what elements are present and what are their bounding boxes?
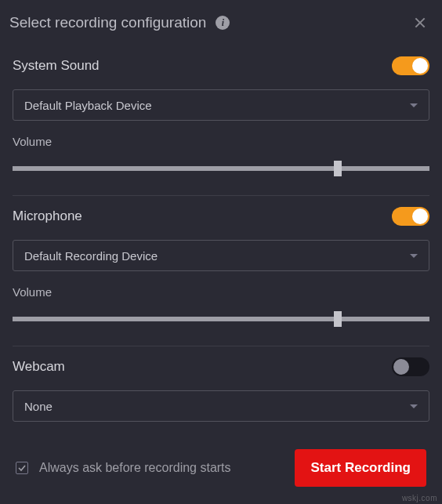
system-sound-device-select[interactable]: Default Playback Device	[13, 89, 429, 121]
webcam-label: Webcam	[13, 359, 65, 375]
webcam-toggle[interactable]	[392, 357, 429, 376]
microphone-device-select[interactable]: Default Recording Device	[13, 240, 429, 271]
toggle-knob	[412, 208, 428, 224]
select-value: Default Recording Device	[24, 249, 158, 263]
select-value: None	[24, 400, 53, 413]
always-ask-checkbox[interactable]	[16, 462, 28, 474]
system-sound-section: System Sound Default Playback Device Vol…	[13, 45, 429, 195]
slider-thumb[interactable]	[334, 311, 342, 327]
info-icon[interactable]: i	[216, 16, 230, 30]
microphone-volume-label: Volume	[13, 285, 429, 299]
microphone-toggle[interactable]	[392, 207, 429, 226]
webcam-device-select[interactable]: None	[13, 390, 429, 422]
system-sound-label: System Sound	[13, 58, 100, 74]
slider-thumb[interactable]	[334, 161, 342, 176]
watermark: wskj.com	[402, 494, 437, 502]
slider-track	[13, 317, 429, 321]
slider-track	[13, 166, 429, 171]
dialog-header: Select recording configuration i	[0, 0, 442, 42]
chevron-down-icon	[410, 404, 418, 408]
chevron-down-icon	[410, 254, 418, 258]
microphone-label: Microphone	[13, 208, 82, 224]
system-sound-toggle[interactable]	[392, 56, 429, 75]
toggle-knob	[412, 58, 428, 74]
webcam-section: Webcam None	[13, 346, 429, 437]
microphone-section: Microphone Default Recording Device Volu…	[13, 196, 429, 346]
start-recording-button[interactable]: Start Recording	[295, 449, 426, 487]
check-icon	[18, 464, 26, 472]
select-value: Default Playback Device	[24, 99, 152, 112]
chevron-down-icon	[410, 103, 418, 107]
dialog-footer: Always ask before recording starts Start…	[0, 435, 442, 504]
toggle-knob	[393, 359, 409, 375]
always-ask-label: Always ask before recording starts	[39, 461, 231, 475]
system-sound-volume-label: Volume	[13, 135, 429, 148]
microphone-volume-slider[interactable]	[13, 313, 429, 325]
system-sound-volume-slider[interactable]	[13, 162, 429, 175]
dialog-title: Select recording configuration	[9, 14, 206, 31]
close-icon[interactable]	[412, 15, 428, 31]
